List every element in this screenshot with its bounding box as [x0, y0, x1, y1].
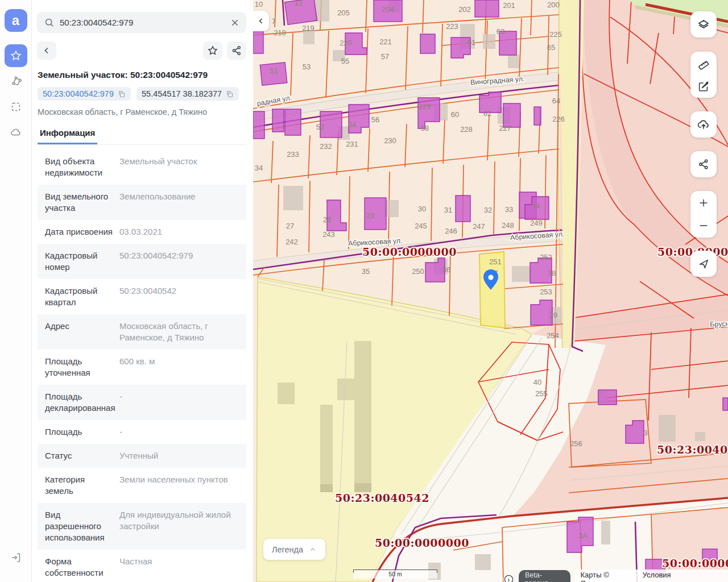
- row-label: Вид разрешенного использования: [45, 509, 119, 543]
- zoom-in-button[interactable]: [690, 192, 717, 214]
- identifier-chips: 50:23:0040542:979 55.454517 38.182377: [38, 87, 246, 101]
- coordinates-chip[interactable]: 55.454517 38.182377: [136, 87, 239, 101]
- layers-icon: [697, 18, 710, 31]
- parcel-number-label: 256: [570, 439, 582, 448]
- cadastral-quarter-label: 50:23:0040542: [657, 443, 728, 456]
- row-label: Дата присвоения: [45, 226, 119, 238]
- parcel-number-label: 51: [270, 66, 278, 75]
- parcel-number-label: 230: [384, 136, 396, 145]
- copy-icon[interactable]: [117, 90, 126, 98]
- parcel-number-label: 34: [255, 164, 263, 172]
- ruler-button[interactable]: [690, 52, 717, 75]
- map-attribution: Beta-версия Карты © Яндекс Условия испол…: [503, 569, 728, 582]
- sidebar-item-favorites[interactable]: [5, 44, 27, 67]
- parcel-number-label: 246: [445, 227, 457, 235]
- parcel-number-label: 247: [473, 222, 485, 231]
- cadastral-number-value: 50:23:0040542:979: [43, 89, 114, 98]
- row-value: 600 кв. м: [119, 356, 239, 379]
- panel-header: [37, 41, 246, 60]
- chevron-left-icon: [257, 16, 266, 26]
- terms-of-use-link[interactable]: Условия использования: [643, 571, 722, 582]
- parcel-number-label: 226: [552, 115, 565, 123]
- parcel-number-label: 200: [547, 1, 560, 9]
- zoom-out-button[interactable]: [690, 214, 717, 237]
- draw-button[interactable]: [690, 75, 717, 98]
- app-window: a: [0, 0, 728, 582]
- plus-icon: [698, 197, 709, 209]
- row-value: Частная: [119, 556, 239, 579]
- back-button[interactable]: [37, 41, 56, 60]
- sidebar-item-cloud[interactable]: [5, 121, 27, 144]
- info-icon[interactable]: [503, 574, 514, 582]
- tab-information[interactable]: Информация: [38, 126, 97, 144]
- search-icon: [44, 17, 55, 28]
- map-copyright: Карты © Яндекс: [581, 571, 635, 582]
- search-bar[interactable]: [37, 12, 246, 33]
- parcel-number-label: 35: [362, 267, 370, 276]
- parcel-number-label: 202: [458, 5, 471, 14]
- map[interactable]: 1071220520420220120021821922022122363615…: [253, 0, 728, 582]
- parcel-number-label: 7: [271, 17, 275, 26]
- row-value: 50:23:0040542: [119, 285, 239, 308]
- search-input[interactable]: [60, 18, 230, 27]
- row-value: Землепользование: [119, 191, 239, 214]
- parcel-number-label: 220: [340, 39, 352, 47]
- share-icon: [697, 158, 710, 171]
- marquee-selection-icon: [10, 101, 22, 113]
- parcel-number-label: 28: [323, 215, 331, 224]
- parcel-number-label: 55: [341, 57, 349, 65]
- row-label: Вид земельного участка: [45, 191, 119, 214]
- legend-button[interactable]: Легенда: [263, 539, 325, 560]
- sidebar-item-select-area[interactable]: [5, 95, 27, 118]
- sidebar-item-polygon-tool[interactable]: [5, 70, 27, 93]
- row-label: Категория земель: [45, 474, 119, 497]
- row-value: -: [119, 426, 239, 438]
- cadastral-number-chip[interactable]: 50:23:0040542:979: [38, 87, 131, 101]
- upload-button[interactable]: [690, 111, 717, 138]
- collapse-panel-button[interactable]: [253, 11, 269, 31]
- parcel-number-label: 53: [303, 63, 311, 71]
- table-row: Вид разрешенного использованияДля индиви…: [38, 503, 246, 550]
- row-label: Кадастровый квартал: [45, 285, 119, 308]
- clear-search-icon[interactable]: [230, 18, 239, 27]
- parcel-number-label: 33: [505, 205, 513, 214]
- parcel-number-label: 54: [348, 120, 356, 129]
- parcel-number-label: 201: [503, 1, 515, 10]
- cadastral-map-canvas[interactable]: 1071220520420220120021821922022122363615…: [253, 0, 728, 582]
- navigation-arrow-icon: [697, 257, 710, 270]
- row-label: Площадь уточненная: [45, 356, 119, 379]
- cadastral-quarter-label: 50:23:0040542: [335, 492, 429, 504]
- parcel-number-label: 52: [316, 123, 324, 131]
- row-label: Форма собственности: [45, 556, 119, 579]
- star-icon: [10, 49, 22, 62]
- row-value: Учтенный: [119, 450, 239, 462]
- parcel-number-label: 27: [286, 222, 294, 230]
- parcel-number-label: 219: [302, 24, 315, 32]
- locate-me-button[interactable]: [690, 251, 717, 277]
- parcel-number-label: 251: [489, 257, 502, 266]
- star-outline-icon: [207, 45, 218, 56]
- row-value: Для индивидуальной жилой застройки: [119, 509, 239, 543]
- parcel-number-label: 65: [547, 43, 555, 52]
- parcel-number-label: 62: [483, 109, 491, 118]
- parcel-number-label: 243: [322, 230, 335, 239]
- sign-in-button[interactable]: [5, 546, 27, 569]
- copy-icon[interactable]: [225, 90, 234, 98]
- table-row: Кадастровый квартал50:23:0040542: [38, 279, 246, 314]
- share-map-button[interactable]: [690, 151, 717, 177]
- parcel-number-label: 225: [549, 30, 562, 39]
- app-logo-icon[interactable]: a: [5, 9, 27, 32]
- legend-label: Легенда: [272, 545, 303, 554]
- parcel-number-label: 3A: [578, 531, 588, 540]
- share-button[interactable]: [227, 41, 246, 60]
- parcel-number-label: 29: [366, 211, 374, 220]
- layers-button[interactable]: [690, 11, 717, 38]
- table-row: Вид объекта недвижимостиЗемельный участо…: [38, 149, 246, 185]
- parcel-number-label: 245: [415, 222, 427, 230]
- parcel-number-label: 221: [379, 38, 392, 46]
- sign-in-icon: [10, 551, 22, 564]
- parcel-number-label: 205: [337, 9, 350, 17]
- parcel-number-label: 227: [499, 124, 511, 132]
- share-icon: [231, 45, 242, 56]
- favorite-button[interactable]: [203, 41, 222, 60]
